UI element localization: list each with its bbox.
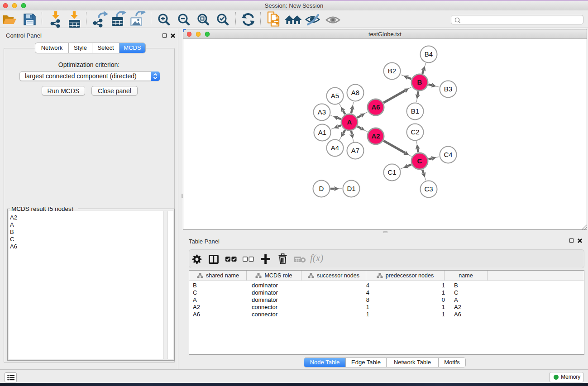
svg-text:A: A [347,118,352,126]
svg-text:D1: D1 [347,185,355,192]
svg-text:C: C [417,157,422,165]
svg-text:C1: C1 [387,168,396,176]
svg-text:C2: C2 [411,128,419,136]
svg-text:B1: B1 [411,107,419,115]
svg-text:B: B [417,78,422,86]
svg-text:A8: A8 [351,89,359,96]
svg-text:A6: A6 [371,103,380,111]
svg-text:C3: C3 [424,185,433,193]
svg-text:C4: C4 [444,151,452,158]
svg-text:B2: B2 [388,67,396,75]
svg-text:D: D [319,185,324,192]
svg-text:A1: A1 [318,129,326,136]
svg-text:B4: B4 [425,50,433,58]
svg-text:A7: A7 [351,147,359,154]
svg-text:A5: A5 [331,92,339,100]
svg-text:A2: A2 [371,132,380,140]
svg-text:A3: A3 [318,108,326,116]
svg-text:A4: A4 [331,144,339,152]
svg-text:B3: B3 [444,85,452,93]
